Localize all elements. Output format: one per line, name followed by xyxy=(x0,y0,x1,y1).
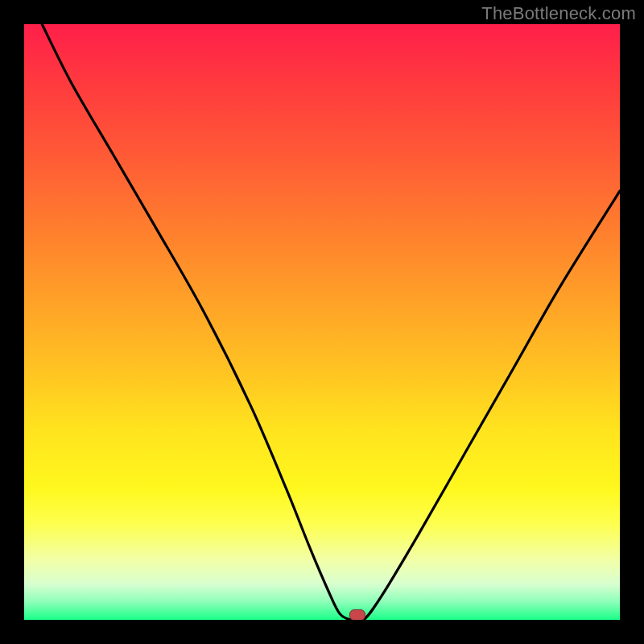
bottleneck-curve-path xyxy=(42,24,620,620)
curve-svg xyxy=(24,24,620,620)
chart-frame: TheBottleneck.com xyxy=(0,0,644,644)
optimal-point-marker xyxy=(349,609,365,620)
watermark-text: TheBottleneck.com xyxy=(481,3,636,24)
plot-area xyxy=(24,24,620,620)
